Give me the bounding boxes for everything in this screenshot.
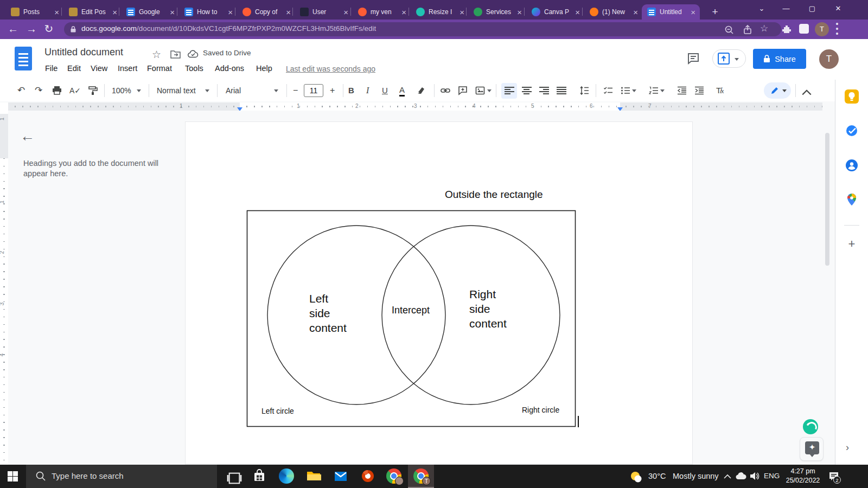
redo-icon[interactable]: ↷ xyxy=(35,80,42,101)
increase-indent-icon[interactable] xyxy=(694,86,704,95)
menu-addons[interactable]: Add-ons xyxy=(215,64,244,73)
editing-mode-button[interactable] xyxy=(764,82,791,99)
onedrive-icon[interactable] xyxy=(736,472,746,480)
menu-format[interactable]: Format xyxy=(147,64,172,73)
presentation-button[interactable] xyxy=(712,49,746,68)
paragraph-style-select[interactable]: Normal text xyxy=(157,80,196,101)
numbered-list-icon[interactable] xyxy=(649,86,659,95)
insert-link-icon[interactable] xyxy=(441,86,450,95)
tab-close-icon[interactable]: × xyxy=(228,8,233,16)
tab-close-icon[interactable]: × xyxy=(459,8,464,16)
undo-icon[interactable]: ↶ xyxy=(17,80,25,101)
taskbar-office[interactable] xyxy=(355,465,381,488)
back-button[interactable]: ← xyxy=(7,22,20,35)
new-tab-button[interactable]: + xyxy=(709,5,722,18)
last-edit-link[interactable]: Last edit was seconds ago xyxy=(286,65,375,73)
menu-edit[interactable]: Edit xyxy=(67,64,81,73)
text-color-button[interactable]: A xyxy=(399,82,405,97)
menu-insert[interactable]: Insert xyxy=(118,64,137,73)
tab-close-icon[interactable]: × xyxy=(517,8,522,16)
menu-help[interactable]: Help xyxy=(256,64,272,73)
add-addon-icon[interactable]: + xyxy=(845,237,859,251)
tab-close-icon[interactable]: × xyxy=(401,8,406,16)
tab-canva[interactable]: Canva P× xyxy=(526,4,584,20)
volume-icon[interactable] xyxy=(750,472,760,480)
browser-menu-icon[interactable]: ••• xyxy=(834,22,840,33)
tab-new[interactable]: (1) New× xyxy=(584,4,642,20)
document-scrollbar[interactable] xyxy=(825,133,829,266)
taskbar-mail[interactable] xyxy=(328,465,354,488)
line-spacing-icon[interactable] xyxy=(579,86,589,95)
tab-close-icon[interactable]: × xyxy=(286,8,291,16)
taskbar-explorer[interactable] xyxy=(301,465,327,488)
decrease-font-button[interactable]: − xyxy=(293,80,298,101)
clock[interactable]: 4:27 pm25/02/2022 xyxy=(784,467,822,485)
account-avatar[interactable]: T xyxy=(819,49,839,69)
zoom-icon[interactable] xyxy=(724,24,735,35)
taskbar-edge[interactable] xyxy=(273,465,299,488)
horizontal-ruler[interactable]: 1 1 2 3 4 5 6 7 xyxy=(8,102,822,111)
venn-diagram[interactable] xyxy=(8,111,822,465)
tab-close-icon[interactable]: × xyxy=(170,8,175,16)
spellcheck-icon[interactable]: A✓ xyxy=(69,80,81,101)
style-caret-icon[interactable] xyxy=(205,89,209,94)
address-bar[interactable]: docs.google.com/document/d/10DkdsVC1cgtF… xyxy=(64,22,781,36)
tab-how-to[interactable]: How to× xyxy=(179,4,237,20)
print-icon[interactable] xyxy=(52,86,62,95)
font-size-input[interactable]: 11 xyxy=(304,84,323,97)
keep-icon[interactable] xyxy=(845,89,859,104)
menu-view[interactable]: View xyxy=(91,64,107,73)
contacts-icon[interactable] xyxy=(845,158,859,172)
tab-close-icon[interactable]: × xyxy=(54,8,59,16)
bulleted-list-icon[interactable] xyxy=(621,86,630,95)
move-folder-icon[interactable] xyxy=(170,50,181,59)
image-caret-icon[interactable] xyxy=(487,89,492,94)
tab-untitled-active[interactable]: Untitled× xyxy=(642,4,700,20)
browser-profile-avatar[interactable]: T xyxy=(815,22,829,36)
star-icon[interactable]: ☆ xyxy=(152,48,161,61)
tab-google[interactable]: Google× xyxy=(121,4,179,20)
add-comment-icon[interactable] xyxy=(458,86,468,95)
paint-format-icon[interactable] xyxy=(88,86,98,95)
checklist-icon[interactable] xyxy=(603,86,613,95)
weather-text[interactable]: Mostly sunny xyxy=(673,472,719,480)
tab-posts[interactable]: Posts× xyxy=(5,4,63,20)
vertical-ruler[interactable]: 1 1 2 3 4 xyxy=(0,102,8,465)
forward-button[interactable]: → xyxy=(25,22,38,35)
language-indicator[interactable]: ENG xyxy=(764,472,780,480)
task-view-button[interactable] xyxy=(219,465,245,488)
underline-button[interactable]: U xyxy=(382,80,388,101)
grammarly-icon[interactable] xyxy=(803,419,818,434)
start-button[interactable] xyxy=(0,465,26,488)
reload-button[interactable]: ↻ xyxy=(42,22,55,35)
taskbar-store[interactable] xyxy=(246,465,272,488)
bookmark-star-icon[interactable]: ☆ xyxy=(760,23,771,34)
italic-button[interactable]: I xyxy=(366,80,369,101)
bullets-caret-icon[interactable] xyxy=(632,89,636,94)
extension-icon[interactable] xyxy=(799,24,809,34)
minimize-button[interactable]: — xyxy=(774,0,799,18)
taskbar-chrome-profile1[interactable] xyxy=(381,465,407,488)
weather-icon[interactable] xyxy=(629,470,642,483)
menu-tools[interactable]: Tools xyxy=(185,64,203,73)
tab-close-icon[interactable]: × xyxy=(691,8,695,16)
taskbar-search[interactable]: Type here to search xyxy=(26,465,217,488)
share-icon[interactable] xyxy=(742,24,753,35)
notification-center[interactable]: 2 xyxy=(828,471,840,485)
tab-close-icon[interactable]: × xyxy=(575,8,580,16)
tab-close-icon[interactable]: × xyxy=(633,8,638,16)
maximize-button[interactable]: ▢ xyxy=(800,0,825,18)
tasks-icon[interactable] xyxy=(845,124,859,138)
document-title[interactable]: Untitled document xyxy=(44,47,123,58)
insert-image-icon[interactable] xyxy=(475,86,485,95)
taskbar-chrome-active[interactable]: T xyxy=(408,465,434,488)
align-center-button[interactable] xyxy=(522,87,532,94)
share-button[interactable]: Share xyxy=(753,49,806,69)
tray-expand-icon[interactable] xyxy=(724,474,731,479)
tab-user[interactable]: User× xyxy=(295,4,353,20)
align-left-button[interactable] xyxy=(505,87,514,94)
tab-close-icon[interactable]: × xyxy=(343,8,348,16)
align-justify-button[interactable] xyxy=(557,87,566,94)
temperature[interactable]: 30°C xyxy=(648,472,666,480)
menu-file[interactable]: File xyxy=(45,64,58,73)
